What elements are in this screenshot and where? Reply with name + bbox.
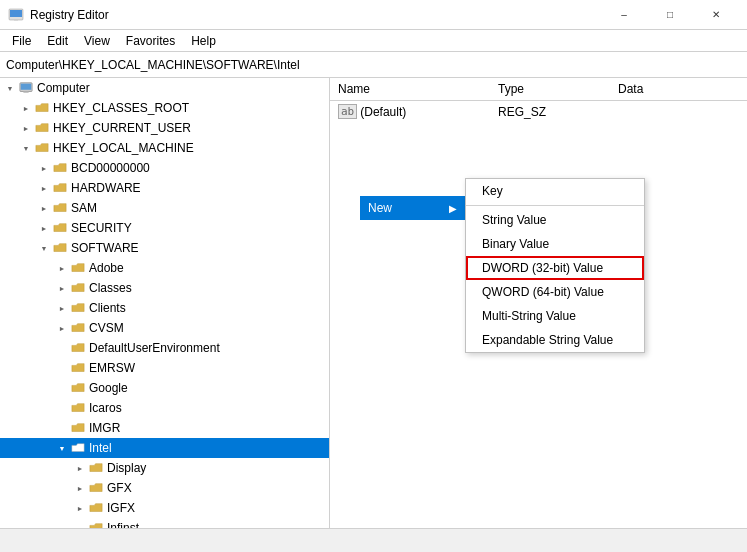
folder-icon-igfx xyxy=(88,500,104,516)
svg-rect-3 xyxy=(14,19,18,21)
menu-file[interactable]: File xyxy=(4,32,39,50)
tree-label-imgr: IMGR xyxy=(89,421,120,435)
tree-item-defaultuserenvironment[interactable]: DefaultUserEnvironment xyxy=(0,338,329,358)
submenu-label-qword-value: QWORD (64-bit) Value xyxy=(482,285,604,299)
submenu-item-binary-value[interactable]: Binary Value xyxy=(466,232,644,256)
menu-bar: File Edit View Favorites Help xyxy=(0,30,747,52)
submenu-item-multi-string-value[interactable]: Multi-String Value xyxy=(466,304,644,328)
submenu-item-string-value[interactable]: String Value xyxy=(466,208,644,232)
tree-label-defaultuserenvironment: DefaultUserEnvironment xyxy=(89,341,220,355)
expand-classes[interactable] xyxy=(54,280,70,296)
expand-hkey-classes-root[interactable] xyxy=(18,100,34,116)
tree-item-hkey-classes-root[interactable]: HKEY_CLASSES_ROOT xyxy=(0,98,329,118)
submenu-item-qword-value[interactable]: QWORD (64-bit) Value xyxy=(466,280,644,304)
tree-item-icaros[interactable]: Icaros xyxy=(0,398,329,418)
folder-icon-classes xyxy=(70,280,86,296)
ab-icon: ab xyxy=(338,104,357,119)
menu-favorites[interactable]: Favorites xyxy=(118,32,183,50)
tree-label-cvsm: CVSM xyxy=(89,321,124,335)
tree-label-icaros: Icaros xyxy=(89,401,122,415)
expand-computer[interactable] xyxy=(2,80,18,96)
tree-label-classes: Classes xyxy=(89,281,132,295)
tree-item-igfx[interactable]: IGFX xyxy=(0,498,329,518)
expand-bcd[interactable] xyxy=(36,160,52,176)
expand-sam[interactable] xyxy=(36,200,52,216)
new-button-label: New xyxy=(368,201,449,215)
window-controls: – □ ✕ xyxy=(601,0,739,30)
expand-software[interactable] xyxy=(36,240,52,256)
tree-item-clients[interactable]: Clients xyxy=(0,298,329,318)
tree-item-hardware[interactable]: HARDWARE xyxy=(0,178,329,198)
tree-label-security: SECURITY xyxy=(71,221,132,235)
expand-hkcu[interactable] xyxy=(18,120,34,136)
submenu-label-key: Key xyxy=(482,184,503,198)
tree-label-bcd: BCD00000000 xyxy=(71,161,150,175)
tree-item-intel[interactable]: Intel xyxy=(0,438,329,458)
tree-item-cvsm[interactable]: CVSM xyxy=(0,318,329,338)
column-name: Name xyxy=(330,78,490,101)
expand-intel[interactable] xyxy=(54,440,70,456)
tree-item-hkey-current-user[interactable]: HKEY_CURRENT_USER xyxy=(0,118,329,138)
expand-adobe[interactable] xyxy=(54,260,70,276)
tree-item-hkey-local-machine[interactable]: HKEY_LOCAL_MACHINE xyxy=(0,138,329,158)
tree-label-gfx: GFX xyxy=(107,481,132,495)
submenu-item-key[interactable]: Key xyxy=(466,179,644,203)
expand-security[interactable] xyxy=(36,220,52,236)
tree-item-adobe[interactable]: Adobe xyxy=(0,258,329,278)
submenu-label-dword-value: DWORD (32-bit) Value xyxy=(482,261,603,275)
column-data: Data xyxy=(610,78,747,101)
registry-row-default[interactable]: ab (Default) REG_SZ xyxy=(330,101,747,123)
detail-panel: Name Type Data ab (Default) REG_SZ xyxy=(330,78,747,528)
maximize-button[interactable]: □ xyxy=(647,0,693,30)
tree-item-security[interactable]: SECURITY xyxy=(0,218,329,238)
status-bar xyxy=(0,528,747,552)
expand-display[interactable] xyxy=(72,460,88,476)
tree-panel[interactable]: Computer HKEY_CLASSES_ROOT HKEY_CURRENT_… xyxy=(0,78,330,528)
expand-hardware[interactable] xyxy=(36,180,52,196)
tree-item-bcd[interactable]: BCD00000000 xyxy=(0,158,329,178)
address-path: Computer\HKEY_LOCAL_MACHINE\SOFTWARE\Int… xyxy=(6,58,300,72)
folder-icon-cvsm xyxy=(70,320,86,336)
tree-item-google[interactable]: Google xyxy=(0,378,329,398)
expand-igfx[interactable] xyxy=(72,500,88,516)
folder-icon-hklm xyxy=(34,140,50,156)
tree-item-emrsw[interactable]: EMRSW xyxy=(0,358,329,378)
tree-item-imgr[interactable]: IMGR xyxy=(0,418,329,438)
tree-item-computer[interactable]: Computer xyxy=(0,78,329,98)
close-button[interactable]: ✕ xyxy=(693,0,739,30)
window-title: Registry Editor xyxy=(30,8,601,22)
submenu-item-dword-value[interactable]: DWORD (32-bit) Value xyxy=(466,256,644,280)
expand-cvsm[interactable] xyxy=(54,320,70,336)
expand-hklm[interactable] xyxy=(18,140,34,156)
svg-rect-5 xyxy=(21,84,32,90)
tree-label-display: Display xyxy=(107,461,146,475)
tree-label-google: Google xyxy=(89,381,128,395)
tree-label-emrsw: EMRSW xyxy=(89,361,135,375)
tree-item-sam[interactable]: SAM xyxy=(0,198,329,218)
submenu-label-binary-value: Binary Value xyxy=(482,237,549,251)
tree-item-gfx[interactable]: GFX xyxy=(0,478,329,498)
minimize-button[interactable]: – xyxy=(601,0,647,30)
expand-clients[interactable] xyxy=(54,300,70,316)
folder-icon-gfx xyxy=(88,480,104,496)
computer-icon xyxy=(18,80,34,96)
tree-item-display[interactable]: Display xyxy=(0,458,329,478)
address-bar: Computer\HKEY_LOCAL_MACHINE\SOFTWARE\Int… xyxy=(0,52,747,78)
submenu-item-expandable-string-value[interactable]: Expandable String Value xyxy=(466,328,644,352)
folder-icon-clients xyxy=(70,300,86,316)
tree-item-software[interactable]: SOFTWARE xyxy=(0,238,329,258)
tree-item-infinst[interactable]: Infinst xyxy=(0,518,329,528)
app-icon xyxy=(8,7,24,23)
folder-icon-google xyxy=(70,380,86,396)
tree-label-igfx: IGFX xyxy=(107,501,135,515)
menu-view[interactable]: View xyxy=(76,32,118,50)
menu-edit[interactable]: Edit xyxy=(39,32,76,50)
folder-icon-infinst xyxy=(88,520,104,528)
new-menu-button[interactable]: New ▶ xyxy=(360,196,465,220)
tree-item-classes[interactable]: Classes xyxy=(0,278,329,298)
tree-label-sam: SAM xyxy=(71,201,97,215)
folder-icon-software xyxy=(52,240,68,256)
expand-gfx[interactable] xyxy=(72,480,88,496)
menu-help[interactable]: Help xyxy=(183,32,224,50)
submenu-label-string-value: String Value xyxy=(482,213,546,227)
